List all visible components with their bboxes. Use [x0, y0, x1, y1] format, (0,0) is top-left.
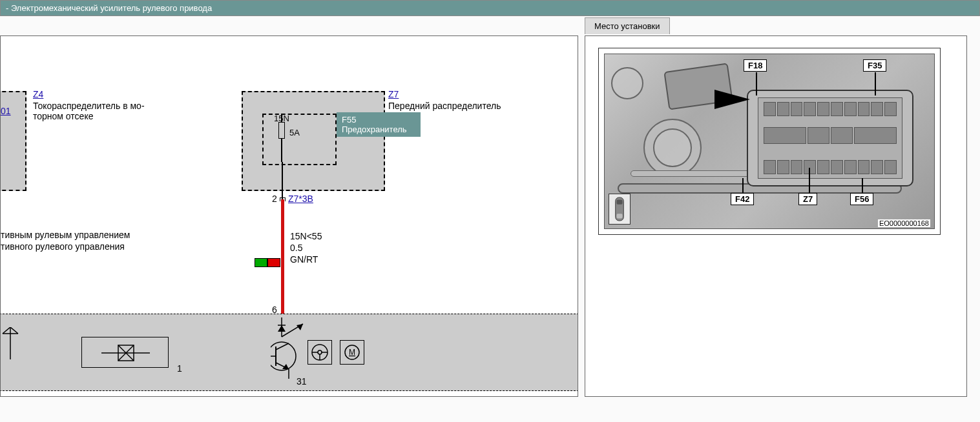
wire-label-2: 0.5 — [290, 243, 302, 253]
svg-line-2 — [3, 327, 10, 334]
svg-rect-30 — [617, 214, 623, 218]
callout-f35[interactable]: F35 — [863, 59, 886, 72]
bottom-component-bar: 1 31 — [0, 314, 578, 391]
tooltip-desc: Предохранитель — [342, 125, 415, 134]
header-title: - Электромеханический усилитель рулевого… — [6, 3, 212, 13]
wire-red — [281, 199, 284, 316]
swatch-green — [255, 258, 267, 267]
bottom-label-1: 1 — [177, 363, 182, 374]
wire-lead — [282, 162, 283, 199]
truncated-text-2: тивного рулевого управления — [1, 241, 125, 252]
fuse-symbol-icon — [278, 119, 285, 145]
wire-label-1: 15N<55 — [290, 231, 322, 241]
car-locator-icon[interactable] — [609, 194, 631, 225]
wire-color-swatch — [255, 258, 280, 267]
svg-rect-29 — [617, 200, 623, 205]
swatch-red — [267, 258, 280, 267]
fusebox-icon — [747, 90, 913, 186]
callout-f56[interactable]: F56 — [850, 193, 873, 205]
tab-label: Место установки — [594, 21, 660, 31]
fuse-rating: 5A — [289, 128, 300, 137]
truncated-text-1: тивным рулевым управлением — [1, 230, 130, 240]
svg-line-16 — [276, 343, 289, 350]
wiring-diagram-panel[interactable]: Z4 Токораспределитель в мо- торном отсек… — [0, 35, 578, 397]
wire-label-3: GN/RT — [290, 254, 318, 265]
component-z7-box — [242, 91, 385, 191]
link-z4[interactable]: Z4 — [33, 89, 43, 99]
symbol-control-unit-icon — [81, 337, 169, 368]
z4-desc-line2: торном отсеке — [33, 111, 93, 121]
link-z7[interactable]: Z7 — [388, 89, 399, 99]
link-connector[interactable]: Z7*3B — [288, 194, 313, 204]
main-area: Z4 Токораспределитель в мо- торном отсек… — [0, 16, 980, 421]
engine-bay-photo[interactable]: F18 F35 F42 Z7 F56 — [604, 54, 935, 229]
z7-desc: Передний распределитель — [388, 101, 501, 111]
fuse-tooltip: F55 Предохранитель — [337, 112, 421, 137]
svg-point-21 — [318, 350, 322, 354]
right-area: Место установки — [585, 35, 980, 421]
callout-f42[interactable]: F42 — [731, 193, 754, 205]
svg-text:M: M — [349, 348, 355, 357]
tooltip-id: F55 — [342, 115, 415, 125]
z4-desc-line1: Токораспределитель в мо- — [33, 101, 145, 111]
svg-marker-27 — [714, 90, 750, 109]
bottom-label-31: 31 — [297, 376, 307, 387]
symbol-steering-icon — [308, 340, 332, 365]
svg-line-3 — [10, 327, 18, 334]
symbol-antenna-icon — [0, 327, 22, 359]
svg-marker-9 — [278, 325, 286, 332]
callout-f18[interactable]: F18 — [744, 59, 767, 72]
callout-z7[interactable]: Z7 — [798, 193, 817, 205]
link-truncated-01[interactable]: 01 — [1, 106, 11, 116]
photo-id-label: EO0000000168 — [878, 219, 930, 227]
location-tab[interactable]: Место установки — [585, 17, 670, 34]
symbol-motor-icon: M — [340, 340, 364, 365]
photo-frame: F18 F35 F42 Z7 F56 — [598, 48, 941, 235]
pin-2-label: 2 — [272, 194, 277, 204]
page-header: - Электромеханический усилитель рулевого… — [0, 0, 980, 16]
location-panel: F18 F35 F42 Z7 F56 — [585, 35, 967, 397]
pointer-arrow-icon — [714, 86, 753, 112]
